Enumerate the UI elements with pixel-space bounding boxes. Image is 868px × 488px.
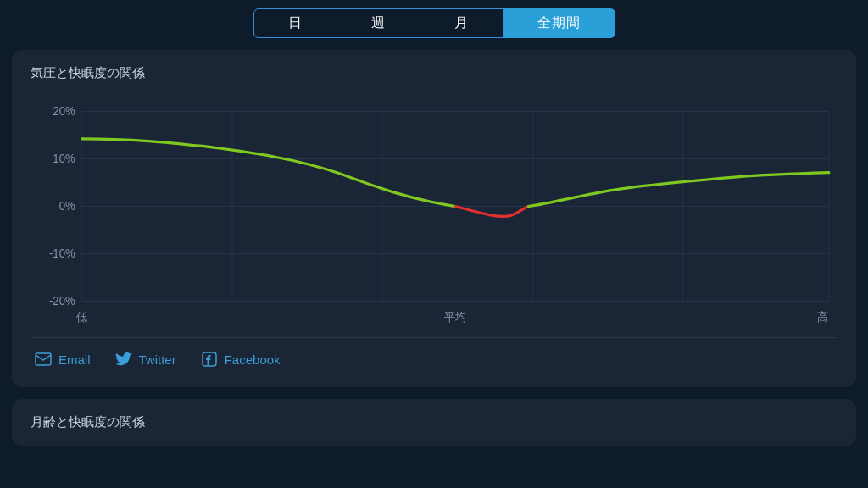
twitter-label: Twitter (139, 352, 176, 367)
email-icon (34, 350, 53, 369)
tab-week[interactable]: 週 (337, 8, 420, 38)
share-bar: Email Twitter Facebook (31, 337, 837, 372)
email-share[interactable]: Email (34, 350, 91, 369)
card2: 月齢と快眠度の関係 (12, 399, 856, 446)
facebook-icon (200, 350, 219, 369)
facebook-label: Facebook (225, 352, 281, 367)
chart-title: 気圧と快眠度の関係 (31, 65, 837, 81)
svg-text:平均: 平均 (444, 311, 467, 324)
svg-text:-20%: -20% (49, 294, 75, 307)
tab-month[interactable]: 月 (420, 8, 504, 38)
tab-day[interactable]: 日 (253, 8, 337, 38)
chart-svg: 20% 10% 0% -10% -20% 低 平均 高 (31, 93, 837, 330)
svg-text:-10%: -10% (49, 247, 75, 259)
svg-rect-19 (36, 353, 51, 365)
chart-container: 20% 10% 0% -10% -20% 低 平均 高 (31, 93, 837, 330)
twitter-share[interactable]: Twitter (114, 350, 176, 369)
tab-all[interactable]: 全期間 (504, 8, 615, 38)
card2-title: 月齢と快眠度の関係 (31, 414, 837, 430)
chart-card: 気圧と快眠度の関係 20% 10% 0% -10% -20% 低 平均 (12, 50, 856, 387)
tab-bar: 日 週 月 全期間 (0, 0, 868, 50)
email-label: Email (58, 352, 91, 367)
svg-text:0%: 0% (59, 199, 75, 212)
svg-text:10%: 10% (53, 152, 75, 164)
svg-text:高: 高 (817, 311, 829, 324)
svg-text:20%: 20% (53, 104, 75, 117)
svg-text:低: 低 (76, 311, 88, 324)
facebook-share[interactable]: Facebook (200, 350, 281, 369)
twitter-icon (114, 350, 133, 369)
